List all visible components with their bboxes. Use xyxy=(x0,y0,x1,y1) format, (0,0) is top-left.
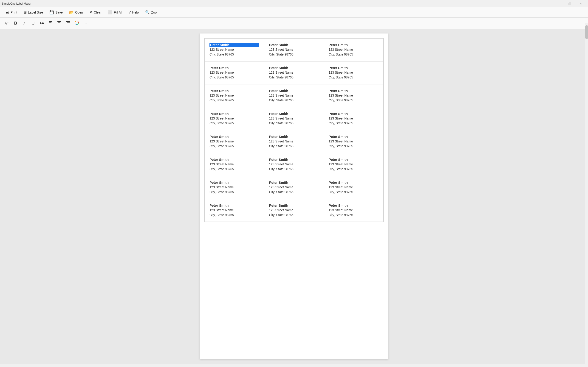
minimize-button[interactable]: — xyxy=(553,0,563,7)
label-name[interactable]: Peter Smith xyxy=(209,112,259,116)
label-name[interactable]: Peter Smith xyxy=(209,89,259,93)
label-name[interactable]: Peter Smith xyxy=(209,181,259,184)
open-label: Open xyxy=(75,10,83,14)
align-left-button[interactable] xyxy=(46,19,55,27)
print-button[interactable]: 🖨 Print xyxy=(3,9,20,16)
label-cell[interactable]: Peter Smith123 Street NameCity, State 98… xyxy=(324,153,383,176)
label-address: 123 Street NameCity, State 98765 xyxy=(209,47,259,57)
label-name[interactable]: Peter Smith xyxy=(329,203,379,207)
label-cell[interactable]: Peter Smith123 Street NameCity, State 98… xyxy=(264,61,324,84)
main-content: Peter Smith123 Street NameCity, State 98… xyxy=(0,29,588,364)
label-name[interactable]: Peter Smith xyxy=(269,43,319,47)
label-cell[interactable]: Peter Smith123 Street NameCity, State 98… xyxy=(324,61,383,84)
label-grid: Peter Smith123 Street NameCity, State 98… xyxy=(204,38,384,222)
label-cell[interactable]: Peter Smith123 Street NameCity, State 98… xyxy=(205,176,264,199)
bold-button[interactable]: B xyxy=(11,19,20,27)
label-name[interactable]: Peter Smith xyxy=(329,135,379,139)
label-name[interactable]: Peter Smith xyxy=(269,135,319,139)
label-cell[interactable]: Peter Smith123 Street NameCity, State 98… xyxy=(205,153,264,176)
minimize-icon: — xyxy=(556,2,559,5)
label-name[interactable]: Peter Smith xyxy=(269,112,319,116)
label-cell[interactable]: Peter Smith123 Street NameCity, State 98… xyxy=(264,84,324,107)
maximize-button[interactable]: ⬜ xyxy=(564,0,575,7)
label-name[interactable]: Peter Smith xyxy=(329,43,379,47)
label-address: 123 Street NameCity, State 98765 xyxy=(329,47,379,57)
label-cell[interactable]: Peter Smith123 Street NameCity, State 98… xyxy=(264,130,324,153)
label-cell[interactable]: Peter Smith123 Street NameCity, State 98… xyxy=(324,199,383,222)
label-address: 123 Street NameCity, State 98765 xyxy=(209,162,259,172)
zoom-icon: 🔍 xyxy=(145,10,150,14)
more-icon: ··· xyxy=(84,21,87,25)
label-cell[interactable]: Peter Smith123 Street NameCity, State 98… xyxy=(324,84,383,107)
scrollbar-thumb[interactable] xyxy=(585,25,588,39)
title-bar: SimpleOne Label Maker — ⬜ ✕ xyxy=(0,0,588,7)
align-right-button[interactable] xyxy=(64,19,72,27)
label-name[interactable]: Peter Smith xyxy=(329,89,379,93)
label-cell[interactable]: Peter Smith123 Street NameCity, State 98… xyxy=(205,61,264,84)
more-button[interactable]: ··· xyxy=(81,19,90,27)
align-center-icon xyxy=(57,21,61,25)
label-cell[interactable]: Peter Smith123 Street NameCity, State 98… xyxy=(324,130,383,153)
label-name[interactable]: Peter Smith xyxy=(209,203,259,207)
label-cell[interactable]: Peter Smith123 Street NameCity, State 98… xyxy=(324,107,383,130)
help-label: Help xyxy=(132,10,139,14)
label-address: 123 Street NameCity, State 98765 xyxy=(329,70,379,80)
label-cell[interactable]: Peter Smith123 Street NameCity, State 98… xyxy=(205,107,264,130)
label-name[interactable]: Peter Smith xyxy=(269,66,319,70)
label-name[interactable]: Peter Smith xyxy=(329,112,379,116)
italic-button[interactable]: / xyxy=(20,19,28,27)
maximize-icon: ⬜ xyxy=(568,2,571,5)
label-cell[interactable]: Peter Smith123 Street NameCity, State 98… xyxy=(324,176,383,199)
label-address: 123 Street NameCity, State 98765 xyxy=(209,70,259,80)
color-button[interactable] xyxy=(73,19,81,27)
label-name[interactable]: Peter Smith xyxy=(269,158,319,161)
label-address: 123 Street NameCity, State 98765 xyxy=(209,208,259,217)
underline-button[interactable]: U xyxy=(29,19,37,27)
label-cell[interactable]: Peter Smith123 Street NameCity, State 98… xyxy=(264,153,324,176)
label-name[interactable]: Peter Smith xyxy=(209,135,259,139)
open-button[interactable]: 📂 Open xyxy=(66,9,86,16)
label-address: 123 Street NameCity, State 98765 xyxy=(329,116,379,126)
label-name[interactable]: Peter Smith xyxy=(209,43,259,47)
label-size-icon: ⊞ xyxy=(24,10,27,14)
label-name[interactable]: Peter Smith xyxy=(209,66,259,70)
label-name[interactable]: Peter Smith xyxy=(269,89,319,93)
format-toolbar: A▲ B / U AA xyxy=(0,18,588,29)
label-address: 123 Street NameCity, State 98765 xyxy=(269,93,319,103)
label-sheet: Peter Smith123 Street NameCity, State 98… xyxy=(200,33,388,359)
label-name[interactable]: Peter Smith xyxy=(329,181,379,184)
label-cell[interactable]: Peter Smith123 Street NameCity, State 98… xyxy=(205,130,264,153)
close-button[interactable]: ✕ xyxy=(576,0,586,7)
align-center-button[interactable] xyxy=(55,19,63,27)
label-cell[interactable]: Peter Smith123 Street NameCity, State 98… xyxy=(205,84,264,107)
label-cell[interactable]: Peter Smith123 Street NameCity, State 98… xyxy=(264,38,324,61)
app-title: SimpleOne Label Maker xyxy=(2,2,32,5)
label-cell[interactable]: Peter Smith123 Street NameCity, State 98… xyxy=(264,199,324,222)
label-address: 123 Street NameCity, State 98765 xyxy=(209,185,259,194)
label-address: 123 Street NameCity, State 98765 xyxy=(209,116,259,126)
help-button[interactable]: ? Help xyxy=(126,9,141,16)
fill-all-button[interactable]: ⬜ Fill All xyxy=(105,9,125,16)
label-cell[interactable]: Peter Smith123 Street NameCity, State 98… xyxy=(264,107,324,130)
label-name[interactable]: Peter Smith xyxy=(329,66,379,70)
font-button[interactable]: AA xyxy=(38,19,46,27)
clear-icon: ✕ xyxy=(89,10,92,14)
label-address: 123 Street NameCity, State 98765 xyxy=(269,47,319,57)
label-address: 123 Street NameCity, State 98765 xyxy=(269,116,319,126)
clear-button[interactable]: ✕ Clear xyxy=(86,9,104,16)
italic-icon: / xyxy=(24,21,25,26)
label-size-button[interactable]: ⊞ Label Size xyxy=(21,9,46,16)
label-name[interactable]: Peter Smith xyxy=(269,203,319,207)
label-cell[interactable]: Peter Smith123 Street NameCity, State 98… xyxy=(324,38,383,61)
label-name[interactable]: Peter Smith xyxy=(269,181,319,184)
scrollbar-track[interactable] xyxy=(585,23,588,367)
label-cell[interactable]: Peter Smith123 Street NameCity, State 98… xyxy=(205,38,264,61)
label-address: 123 Street NameCity, State 98765 xyxy=(329,139,379,149)
label-cell[interactable]: Peter Smith123 Street NameCity, State 98… xyxy=(205,199,264,222)
save-button[interactable]: 💾 Save xyxy=(47,9,65,16)
zoom-button[interactable]: 🔍 Zoom xyxy=(142,9,162,16)
label-name[interactable]: Peter Smith xyxy=(329,158,379,161)
label-name[interactable]: Peter Smith xyxy=(209,158,259,161)
label-cell[interactable]: Peter Smith123 Street NameCity, State 98… xyxy=(264,176,324,199)
font-size-button[interactable]: A▲ xyxy=(3,19,11,27)
